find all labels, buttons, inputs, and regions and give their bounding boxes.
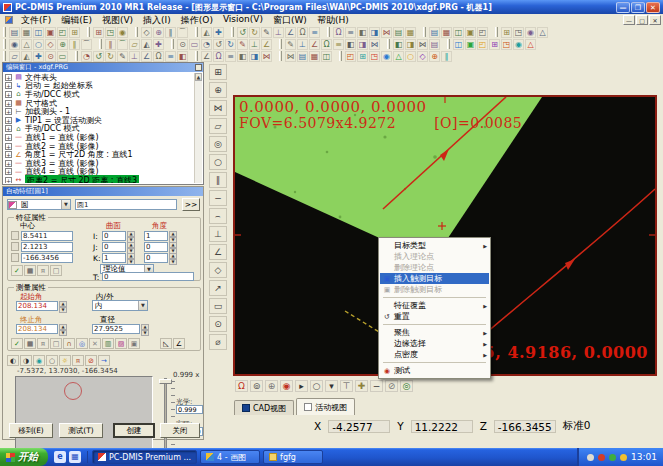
toolbar-icon[interactable]: ⊥: [273, 27, 284, 38]
toolbar-icon[interactable]: ▤: [429, 39, 440, 50]
toolbar-icon[interactable]: ▣: [465, 27, 476, 38]
tree-scrollbar[interactable]: [194, 73, 202, 183]
toolbar-icon[interactable]: ✎: [285, 39, 296, 50]
toolbar-icon[interactable]: ◧: [237, 51, 248, 62]
magnifier-icon[interactable]: ○: [46, 355, 58, 366]
toolbar-icon[interactable]: ◳: [501, 39, 512, 50]
start-angle-spinner[interactable]: [59, 301, 67, 311]
angle-k-input[interactable]: [144, 253, 168, 263]
toolbar-grip[interactable]: [339, 51, 342, 61]
expander-icon[interactable]: [5, 134, 12, 141]
center-x-input[interactable]: [21, 231, 73, 241]
lamp-icon[interactable]: ☼: [59, 355, 71, 366]
target-blue-icon[interactable]: ◎: [76, 338, 88, 349]
toolbar-icon[interactable]: ∠: [201, 51, 212, 62]
apply-check-icon[interactable]: ✓: [11, 265, 23, 276]
toolbar-icon[interactable]: ⋈: [369, 39, 380, 50]
toolbar-grip[interactable]: [3, 27, 6, 37]
toolbar-icon[interactable]: ▦: [21, 27, 32, 38]
magnet-icon[interactable]: ∩: [63, 338, 75, 349]
expander-icon[interactable]: [5, 100, 12, 107]
surface-k-input[interactable]: [102, 253, 126, 263]
toolbar-icon[interactable]: ✎: [117, 51, 128, 62]
menu-item-3[interactable]: 视图(V): [97, 14, 138, 27]
toolbar-icon[interactable]: ◨: [405, 39, 416, 50]
plus-icon[interactable]: ⊕: [265, 380, 278, 392]
edit-window-header[interactable]: 编辑窗口 - xdgf.PRG: [3, 63, 203, 72]
toolbar-icon[interactable]: ⊕: [153, 27, 164, 38]
toolbar-icon[interactable]: ◭: [201, 27, 212, 38]
toolbar-icon[interactable]: ◉: [9, 39, 20, 50]
toolbar-icon[interactable]: ⋈: [381, 27, 392, 38]
no-entry-icon[interactable]: ⊘: [85, 355, 97, 366]
move-to-button[interactable]: 移到(E): [9, 423, 53, 438]
start-button[interactable]: 开始: [0, 448, 48, 466]
context-menu-item[interactable]: 目标类型▶: [380, 240, 489, 251]
tray-icon-2[interactable]: [598, 454, 605, 461]
toolbar-icon[interactable]: ≡: [225, 51, 236, 62]
toolbar-icon[interactable]: ∠: [285, 27, 296, 38]
toolbar-icon[interactable]: ◔: [201, 39, 212, 50]
runout-icon[interactable]: ↗: [209, 280, 227, 296]
panel-menu-icon[interactable]: [195, 64, 202, 71]
toolbar-icon[interactable]: ◫: [321, 51, 332, 62]
menu-item-7[interactable]: 窗口(W): [268, 14, 312, 27]
close-button[interactable]: ✕: [646, 2, 660, 13]
toolbar-icon[interactable]: ▭: [57, 51, 68, 62]
taskbar-task-2[interactable]: 4 - 画图: [200, 450, 260, 464]
toolbar-icon[interactable]: ↻: [225, 39, 236, 50]
mdi-close-button[interactable]: [649, 15, 661, 25]
angle-j-input[interactable]: [144, 242, 168, 252]
tray-icon-1[interactable]: [587, 454, 594, 461]
toolbar-grip[interactable]: [87, 27, 90, 37]
toolbar-icon[interactable]: ○: [33, 39, 44, 50]
dropdown-arrow-icon[interactable]: [138, 301, 147, 310]
angle-j-spinner[interactable]: [169, 242, 177, 252]
toolbar-icon[interactable]: ◉: [117, 27, 128, 38]
toolbar-icon[interactable]: ↻: [249, 27, 260, 38]
link-icon[interactable]: ⊚: [250, 380, 263, 392]
toolbar-grip[interactable]: [387, 39, 390, 49]
mdi-restore-button[interactable]: [636, 15, 648, 25]
histogram-icon[interactable]: ▥: [102, 338, 114, 349]
slope-icon[interactable]: ∠: [173, 338, 185, 349]
surface-j-input[interactable]: [102, 242, 126, 252]
expander-icon[interactable]: [5, 74, 12, 81]
toolbar-icon[interactable]: ◳: [369, 51, 380, 62]
sparkle-icon[interactable]: ✚: [355, 380, 368, 392]
context-menu-item[interactable]: 聚焦▶: [380, 327, 489, 338]
toolbar-icon[interactable]: ◰: [57, 27, 68, 38]
live-preview[interactable]: [15, 376, 153, 452]
context-menu-item[interactable]: 边缘选择▶: [380, 338, 489, 349]
context-menu-item[interactable]: 特征覆盖▶: [380, 300, 489, 311]
perpendicularity-icon[interactable]: ⊥: [209, 226, 227, 242]
toolbar-icon[interactable]: ◳: [105, 27, 116, 38]
toolbar-icon[interactable]: △: [21, 39, 32, 50]
context-menu-item[interactable]: ▣删除触测目标: [380, 284, 489, 295]
minimize-button[interactable]: —: [616, 2, 630, 13]
dropdown-arrow-icon[interactable]: [61, 200, 70, 209]
start-angle-input[interactable]: [16, 301, 58, 311]
toolbar-icon[interactable]: ▣: [45, 27, 56, 38]
probe-icon[interactable]: ⊤: [340, 380, 353, 392]
toolbar-icon[interactable]: Ω: [333, 27, 344, 38]
toolbar-icon[interactable]: ▤: [297, 51, 308, 62]
surface-i-input[interactable]: [102, 231, 126, 241]
toolbar-icon[interactable]: ◧: [357, 27, 368, 38]
sphere-icon[interactable]: ◑: [20, 355, 32, 366]
toolbar-icon[interactable]: ▱: [9, 51, 20, 62]
toolbar-icon[interactable]: ⊞: [357, 51, 368, 62]
diameter-spinner[interactable]: [141, 324, 149, 334]
expander-icon[interactable]: [5, 108, 12, 115]
toolbar-icon[interactable]: ⊥: [249, 39, 260, 50]
test-button[interactable]: 测试(T): [59, 423, 103, 438]
toolbar-icon[interactable]: ◫: [453, 39, 464, 50]
toolbar-icon[interactable]: ∥: [105, 39, 116, 50]
toolbar-icon[interactable]: ⊥: [297, 39, 308, 50]
toolbar-icon[interactable]: ✚: [213, 27, 224, 38]
toolbar-icon[interactable]: ↺: [213, 39, 224, 50]
toolbar-icon[interactable]: ⊕: [57, 39, 68, 50]
end-angle-spinner[interactable]: [59, 324, 67, 334]
close-dialog-button[interactable]: 关闭: [160, 423, 200, 438]
toolbar-icon[interactable]: ⊞: [69, 27, 80, 38]
